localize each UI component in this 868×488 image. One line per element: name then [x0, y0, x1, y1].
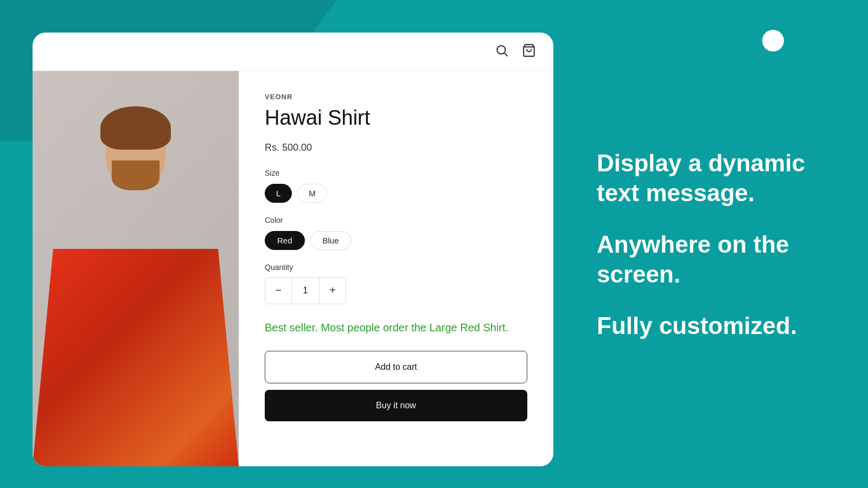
product-card: VEONR Hawai Shirt Rs. 500.00 Size L M Co…: [33, 33, 553, 466]
quantity-decrease-button[interactable]: −: [265, 278, 291, 304]
person-head: [106, 114, 165, 190]
panel-line-2: Anywhere on the screen.: [597, 229, 825, 289]
panel-text: Display a dynamic text message. Anywhere…: [597, 148, 825, 341]
color-option-blue[interactable]: Blue: [310, 231, 352, 250]
color-options: Red Blue: [265, 231, 527, 250]
add-to-cart-button[interactable]: Add to cart: [265, 351, 527, 383]
size-options: L M: [265, 184, 527, 203]
size-option-l[interactable]: L: [265, 184, 292, 203]
color-label: Color: [265, 216, 527, 224]
card-body: VEONR Hawai Shirt Rs. 500.00 Size L M Co…: [33, 71, 553, 466]
brand-name: VEONR: [265, 93, 527, 101]
svg-line-1: [505, 53, 508, 56]
quantity-label: Quantity: [265, 263, 527, 272]
product-illustration: [33, 71, 239, 466]
product-details: VEONR Hawai Shirt Rs. 500.00 Size L M Co…: [239, 71, 553, 466]
dynamic-message: Best seller. Most people order the Large…: [265, 319, 527, 336]
color-option-red[interactable]: Red: [265, 231, 305, 250]
right-panel: Display a dynamic text message. Anywhere…: [553, 0, 868, 488]
card-header: [33, 33, 553, 71]
product-price: Rs. 500.00: [265, 142, 527, 153]
search-icon[interactable]: [495, 43, 509, 60]
white-dot-decoration: [762, 30, 784, 52]
buy-now-button[interactable]: Buy it now: [265, 390, 527, 421]
panel-line-1: Display a dynamic text message.: [597, 148, 825, 208]
size-option-m[interactable]: M: [297, 184, 327, 203]
product-title: Hawai Shirt: [265, 106, 527, 130]
person-shirt: [33, 249, 239, 466]
quantity-value: 1: [291, 278, 320, 304]
quantity-stepper: − 1 +: [265, 277, 346, 304]
svg-point-0: [497, 46, 505, 54]
quantity-increase-button[interactable]: +: [320, 278, 346, 304]
panel-line-3: Fully customized.: [597, 311, 825, 341]
person-hair: [100, 106, 171, 150]
size-label: Size: [265, 169, 527, 177]
product-image-area: [33, 71, 239, 466]
cart-icon[interactable]: [522, 43, 536, 60]
person-beard: [112, 160, 159, 190]
